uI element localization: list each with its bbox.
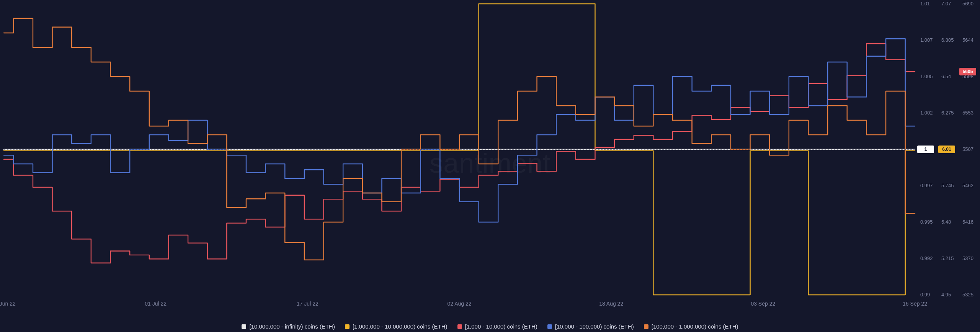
y-tick-label: 5.215: [941, 255, 954, 261]
legend-swatch: [547, 324, 552, 329]
legend-item[interactable]: [100,000 - 1,000,000) coins (ETH): [644, 323, 738, 330]
series-line: [4, 44, 915, 263]
x-tick-label: 01 Jul 22: [145, 301, 167, 307]
y-tick-label: 6.805: [941, 37, 954, 43]
x-tick-label: 15 Jun 22: [0, 301, 16, 307]
chart-legend: [10,000,000 - infinity) coins (ETH)[1,00…: [0, 323, 980, 330]
legend-swatch: [345, 324, 350, 329]
series-line: [4, 39, 915, 222]
y-tick-label: 5553: [962, 110, 973, 116]
x-tick-label: 03 Sep 22: [751, 301, 775, 307]
legend-label: [1,000,000 - 10,000,000) coins (ETH): [353, 323, 448, 330]
legend-swatch: [242, 324, 246, 329]
y-tick-label: 0.997: [920, 183, 933, 188]
series-line: [4, 18, 915, 260]
legend-label: [100,000 - 1,000,000) coins (ETH): [652, 323, 738, 330]
legend-label: [10,000 - 100,000) coins (ETH): [555, 323, 634, 330]
legend-label: [10,000,000 - infinity) coins (ETH): [249, 323, 335, 330]
y-tick-label: 1.005: [920, 74, 933, 79]
legend-item[interactable]: [10,000,000 - infinity) coins (ETH): [242, 323, 335, 330]
legend-item[interactable]: [1,000,000 - 10,000,000) coins (ETH): [345, 323, 448, 330]
y-tick-label: 5416: [962, 219, 973, 225]
legend-item[interactable]: [1,000 - 10,000) coins (ETH): [457, 323, 537, 330]
legend-swatch: [457, 324, 462, 329]
y-tick-label: 5325: [962, 292, 973, 298]
x-tick-label: 17 Jul 22: [297, 301, 318, 307]
legend-item[interactable]: [10,000 - 100,000) coins (ETH): [547, 323, 634, 330]
y-tick-label: 1.01: [920, 1, 930, 7]
y-tick-label: 0.992: [920, 255, 933, 261]
y-tick-label: 5462: [962, 183, 973, 188]
y-tick-label: 5370: [962, 255, 973, 261]
legend-swatch: [644, 324, 648, 329]
y-tick-label: 5.745: [941, 183, 954, 188]
y-tick-label: 7.07: [941, 1, 951, 7]
chart-plot[interactable]: 1.011.0071.0051.00210.9970.9950.9920.997…: [0, 0, 980, 332]
y-tick-label: 6.275: [941, 110, 954, 116]
y-tick-label: 5690: [962, 1, 973, 7]
legend-label: [1,000 - 10,000) coins (ETH): [465, 323, 537, 330]
y-tick-label: 1.007: [920, 37, 933, 43]
y-tick-label: 1.002: [920, 110, 933, 116]
x-tick-label: 18 Aug 22: [599, 301, 623, 307]
y-tick-label: 5507: [962, 146, 973, 152]
y-tick-label: 4.95: [941, 292, 951, 298]
y-tick-label: 0.99: [920, 292, 930, 298]
y-tick-label: 6.54: [941, 74, 951, 79]
axis-value-tag-text: 5605: [963, 69, 973, 74]
y-tick-label: 5.48: [941, 219, 951, 225]
axis-value-tag-text: 1: [924, 147, 927, 152]
y-tick-label: 0.995: [920, 219, 933, 225]
y-tick-label: 5644: [962, 37, 973, 43]
x-tick-label: 02 Aug 22: [447, 301, 471, 307]
x-tick-label: 16 Sep 22: [903, 301, 927, 307]
axis-value-tag-text: 6.01: [942, 147, 951, 152]
